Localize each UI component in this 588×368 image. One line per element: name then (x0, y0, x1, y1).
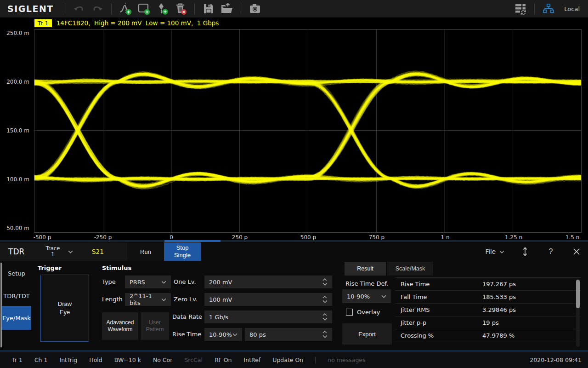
x-tick-label: 250 p (226, 234, 254, 241)
status-reference[interactable]: IntRef (244, 356, 261, 363)
close-icon (573, 248, 580, 255)
status-srccal[interactable]: SrcCal (184, 356, 203, 363)
spinner-arrows-icon[interactable] (322, 331, 328, 338)
results-scrollbar[interactable] (576, 279, 580, 347)
save-button[interactable] (199, 1, 218, 17)
user-pattern-button[interactable]: User Pattern (141, 312, 169, 340)
table-row: Jitter p-p 19 ps (395, 316, 581, 329)
y-tick-label: 150.0 m (0, 127, 29, 134)
delete-trace-button[interactable] (171, 1, 190, 17)
status-message: no messages (328, 356, 365, 363)
status-datetime[interactable]: 2020-12-08 09:41 (530, 356, 582, 363)
zero-level-value: 100 mV (209, 296, 232, 303)
zero-level-stepper[interactable]: 100 mV (204, 293, 332, 306)
type-label: Type (102, 276, 116, 288)
result-label: Crossing % (401, 332, 482, 339)
recall-button[interactable] (218, 1, 236, 17)
data-rate-label: Data Rate (172, 310, 202, 323)
delete-trace-icon (174, 2, 187, 16)
rise-time-def-select[interactable]: 10-90% (204, 328, 242, 341)
tab-scale-mask[interactable]: Scale/Mask (387, 262, 433, 276)
sidebar-item-setup[interactable]: Setup (2, 265, 31, 282)
trigger-group-label: Trigger (38, 264, 62, 271)
chevron-down-icon (161, 281, 166, 284)
results-table: Rise Time 197.267 ps Fall Time 185.533 p… (395, 277, 581, 347)
toolbar-divider (111, 3, 112, 14)
lan-status-button[interactable] (539, 1, 558, 17)
data-rate-value: 1 Gb/s (209, 314, 228, 321)
spinner-arrows-icon[interactable] (322, 278, 328, 286)
status-trigger[interactable]: IntTrig (59, 356, 77, 363)
x-tick-label: -250 p (89, 234, 117, 241)
panel-resize-button[interactable] (520, 245, 530, 258)
export-button[interactable]: Export (342, 323, 392, 345)
status-divider (315, 356, 316, 363)
help-button[interactable]: ? (546, 245, 556, 258)
lan-status-icon (543, 3, 554, 15)
chevron-down-icon (161, 298, 166, 301)
panel-sidebar: Setup TDR/TDT Eye/Mask (0, 261, 31, 351)
plot-area[interactable] (34, 29, 582, 233)
spinner-arrows-icon[interactable] (322, 296, 328, 303)
data-rate-stepper[interactable]: 1 Gb/s (204, 310, 332, 323)
windows-layout-button[interactable] (511, 1, 530, 17)
result-rise-time-def-select[interactable]: 10-90% (342, 289, 391, 303)
chevron-down-icon (381, 295, 386, 298)
windows-layout-icon (514, 2, 527, 15)
spinner-arrows-icon[interactable] (322, 313, 328, 321)
type-select-value: PRBS (130, 279, 145, 286)
add-trace-button[interactable] (116, 1, 135, 17)
horizontal-scrollbar-thumb[interactable] (164, 240, 220, 242)
trace-badge[interactable]: Tr 1 (34, 19, 52, 27)
eye-diagram-canvas[interactable] (34, 30, 581, 232)
status-rf[interactable]: RF On (215, 356, 232, 363)
run-button[interactable]: Run (127, 242, 164, 261)
results-scrollbar-thumb[interactable] (576, 280, 580, 308)
x-tick-label: -500 p (28, 234, 56, 241)
add-window-button[interactable] (135, 1, 153, 17)
length-select[interactable]: 2^11-1 bits (125, 293, 171, 306)
undo-icon (73, 3, 85, 15)
one-level-stepper[interactable]: 200 mV (204, 276, 332, 288)
sidebar-item-tdr-tdt[interactable]: TDR/TDT (2, 288, 31, 304)
stimulus-group-label: Stimulus (102, 264, 131, 271)
siglent-tdr-screen: SIGLENT (0, 0, 588, 368)
redo-button[interactable] (88, 1, 107, 17)
advanced-waveform-button[interactable]: Adavanced Waveform (102, 312, 138, 340)
table-row: Fall Time 185.533 ps (395, 291, 581, 304)
add-marker-button[interactable] (153, 1, 171, 17)
rise-time-stepper[interactable]: 80 ps (245, 328, 332, 341)
y-tick-label: 100.0 m (0, 176, 29, 183)
local-remote-label[interactable]: Local (564, 6, 580, 12)
screenshot-button[interactable] (246, 1, 264, 17)
draw-eye-button[interactable]: Draw Eye (40, 275, 89, 342)
rise-time-value: 80 ps (249, 331, 266, 338)
status-bandwidth[interactable]: BW=10 k (114, 356, 141, 363)
close-panel-button[interactable] (571, 245, 582, 258)
status-hold[interactable]: Hold (89, 356, 102, 363)
status-correction[interactable]: No Cor (153, 356, 173, 363)
tdr-panel-body: Setup TDR/TDT Eye/Mask Trigger Draw Eye … (0, 261, 588, 351)
x-tick-label: 1.5 n (559, 234, 586, 241)
resize-vertical-icon (522, 247, 528, 256)
table-row: Jitter RMS 3.29846 ps (395, 304, 581, 316)
type-select[interactable]: PRBS (125, 276, 171, 288)
status-channel[interactable]: Ch 1 (34, 356, 48, 363)
trace-selector[interactable]: Trace 1 (42, 242, 73, 261)
overlay-checkbox[interactable] (346, 309, 353, 316)
file-menu[interactable]: File (485, 248, 504, 255)
table-row: Rise Time 197.267 ps (395, 278, 581, 291)
rise-time-def-value: 10-90% (209, 331, 232, 338)
chevron-down-icon (499, 250, 504, 253)
stop-single-button[interactable]: Stop Single (164, 242, 201, 261)
trace-info-bar: Tr 1 14FC1B20, High = 200 mV Low = 100 m… (0, 17, 588, 29)
s-parameter-label: S21 (92, 242, 104, 261)
undo-button[interactable] (70, 1, 88, 17)
horizontal-scrollbar[interactable] (0, 240, 588, 242)
status-trace[interactable]: Tr 1 (12, 356, 23, 363)
status-update[interactable]: Update On (272, 356, 303, 363)
y-tick-label: 50.00 m (0, 224, 29, 232)
toolbar-divider (65, 3, 65, 14)
sidebar-item-eye-mask[interactable]: Eye/Mask (2, 306, 31, 330)
tab-result[interactable]: Result (345, 262, 386, 276)
